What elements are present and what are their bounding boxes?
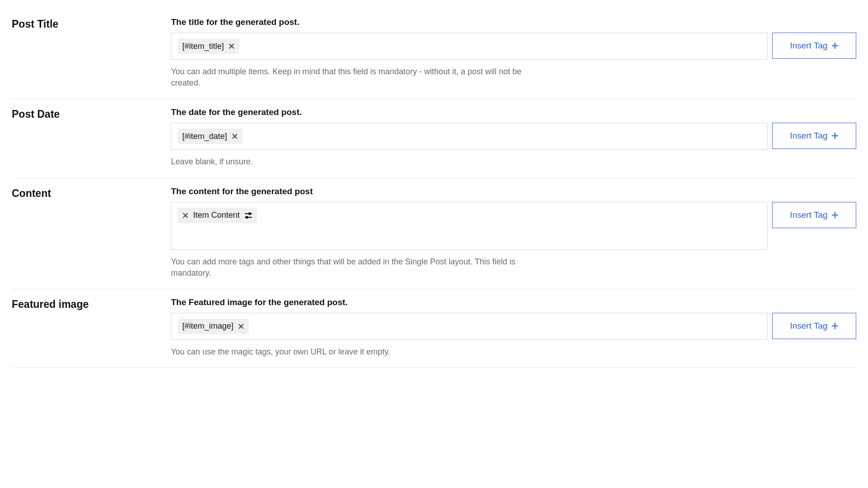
post-title-sublabel: The title for the generated post. <box>171 17 856 27</box>
featured-image-label: Featured image <box>12 298 171 311</box>
tag-chip-text: [#item_image] <box>182 321 233 331</box>
row-content-col: The date for the generated post. [#item_… <box>171 107 856 167</box>
insert-tag-button[interactable]: Insert Tag <box>772 123 856 149</box>
row-content-col: The Featured image for the generated pos… <box>171 297 856 358</box>
tag-chip: Item Content <box>178 208 257 223</box>
tag-chip: [#item_image] <box>178 319 249 334</box>
post-title-helper: You can add multiple items. Keep in mind… <box>171 66 533 89</box>
post-date-input[interactable]: [#item_date] <box>171 123 768 150</box>
close-icon[interactable] <box>238 323 244 330</box>
input-row: [#item_image] Insert Tag <box>171 313 856 340</box>
row-featured-image: Featured image The Featured image for th… <box>12 289 856 368</box>
row-content-col: The title for the generated post. [#item… <box>171 17 856 89</box>
close-icon[interactable] <box>228 43 235 49</box>
plus-icon <box>831 322 839 330</box>
featured-image-helper: You can use the magic tags, your own URL… <box>171 346 533 358</box>
post-title-input[interactable]: [#item_title] <box>171 33 768 60</box>
plus-icon <box>831 211 839 219</box>
insert-tag-button[interactable]: Insert Tag <box>772 313 856 339</box>
row-post-date: Post Date The date for the generated pos… <box>12 99 856 178</box>
post-date-sublabel: The date for the generated post. <box>171 107 856 117</box>
tag-chip: [#item_date] <box>178 129 242 144</box>
row-label-col: Post Title <box>12 17 171 89</box>
content-input[interactable]: Item Content <box>171 202 768 250</box>
tag-chip-text: [#item_date] <box>182 132 227 141</box>
plus-icon <box>831 132 839 139</box>
tag-chip-text: [#item_title] <box>182 42 224 51</box>
insert-tag-label: Insert Tag <box>790 210 827 220</box>
insert-tag-label: Insert Tag <box>790 321 827 331</box>
insert-tag-label: Insert Tag <box>790 41 827 51</box>
close-icon[interactable] <box>232 133 238 139</box>
input-row: Item Content Insert Tag <box>171 202 856 250</box>
plus-icon <box>831 42 839 49</box>
input-row: [#item_date] Insert Tag <box>171 123 856 150</box>
svg-point-13 <box>246 216 248 218</box>
tag-chip-text: Item Content <box>193 211 240 220</box>
content-label: Content <box>12 187 171 200</box>
row-post-title: Post Title The title for the generated p… <box>12 9 856 99</box>
sliders-icon[interactable] <box>244 211 252 220</box>
insert-tag-button[interactable]: Insert Tag <box>772 33 856 59</box>
row-label-col: Content <box>12 187 171 279</box>
content-helper: You can add more tags and other things t… <box>171 256 533 279</box>
content-sublabel: The content for the generated post <box>171 187 856 196</box>
row-content: Content The content for the generated po… <box>12 178 856 289</box>
row-label-col: Featured image <box>12 297 171 358</box>
featured-image-sublabel: The Featured image for the generated pos… <box>171 297 856 307</box>
post-title-label: Post Title <box>12 18 171 30</box>
post-date-label: Post Date <box>12 108 171 120</box>
insert-tag-label: Insert Tag <box>790 131 827 141</box>
featured-image-input[interactable]: [#item_image] <box>171 313 768 340</box>
tag-chip: [#item_title] <box>178 38 239 54</box>
insert-tag-button[interactable]: Insert Tag <box>772 202 856 228</box>
post-date-helper: Leave blank, if unsure. <box>171 156 533 167</box>
svg-point-11 <box>249 213 251 215</box>
row-label-col: Post Date <box>12 107 171 167</box>
close-icon[interactable] <box>182 212 189 219</box>
row-content-col: The content for the generated post Item … <box>171 187 856 279</box>
input-row: [#item_title] Insert Tag <box>171 33 856 60</box>
